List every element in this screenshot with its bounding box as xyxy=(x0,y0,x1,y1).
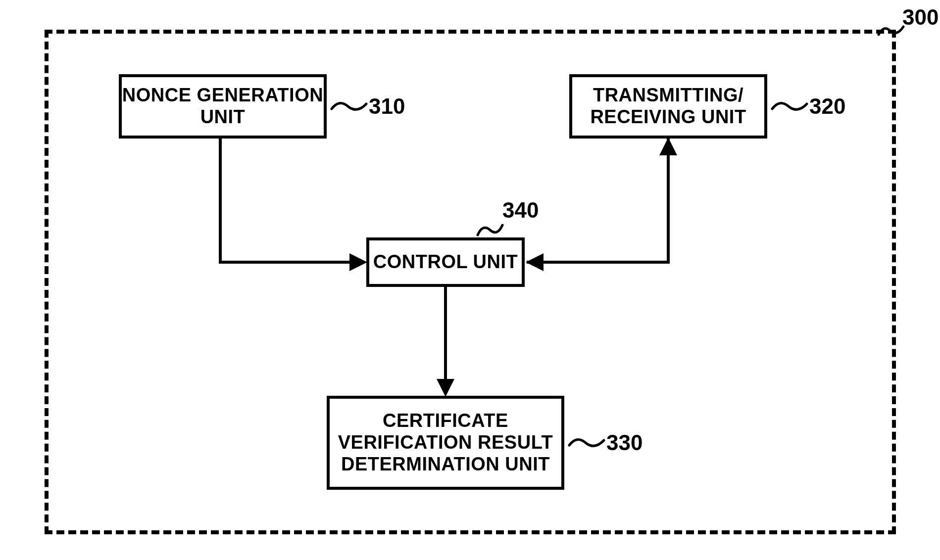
cert-label: CERTIFICATE VERIFICATION RESULT DETERMIN… xyxy=(338,410,553,475)
control-unit: CONTROL UNIT xyxy=(366,237,525,287)
control-ref-label: 340 xyxy=(502,198,539,223)
transmitting-receiving-unit: TRANSMITTING/ RECEIVING UNIT xyxy=(569,74,767,139)
nonce-ref-label: 310 xyxy=(369,94,405,119)
container-ref-label: 300 xyxy=(902,5,939,30)
nonce-generation-unit: NONCE GENERATION UNIT xyxy=(119,74,327,139)
txrx-label: TRANSMITTING/ RECEIVING UNIT xyxy=(590,85,746,128)
certificate-verification-unit: CERTIFICATE VERIFICATION RESULT DETERMIN… xyxy=(327,396,564,490)
diagram-canvas: 300 NONCE GENERATION UNIT 310 TRANSMITTI… xyxy=(0,0,940,560)
nonce-label: NONCE GENERATION UNIT xyxy=(122,85,323,128)
txrx-ref-label: 320 xyxy=(809,94,845,119)
cert-ref-label: 330 xyxy=(606,430,643,455)
control-label: CONTROL UNIT xyxy=(373,251,518,273)
